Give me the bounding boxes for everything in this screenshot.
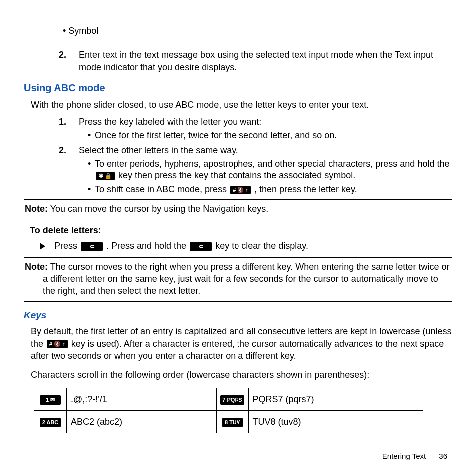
abc-step-2-sub: To enter periods, hyphens, apostrophes, … xyxy=(79,158,452,195)
note-cursor-nav: Note: You can move the cursor by using t… xyxy=(24,203,452,215)
text-part: key to clear the display. xyxy=(215,241,308,251)
page-footer: Entering Text 36 xyxy=(24,451,452,461)
hash-shift-key-icon: # 🔇 ↑ xyxy=(47,340,68,348)
divider xyxy=(24,257,452,258)
abc-step-2: 2. Select the other letters in the same … xyxy=(59,144,452,195)
keys-paragraph-2: Characters scroll in the following order… xyxy=(31,369,452,381)
abc-step-1: 1. Press the key labeled with the letter… xyxy=(59,116,452,141)
note-text: You can move the cursor by using the Nav… xyxy=(48,204,268,214)
key-cell: 1 ✉ xyxy=(34,388,67,411)
step-number: 2. xyxy=(59,144,66,156)
step-text: Press the key labeled with the letter yo… xyxy=(79,117,261,127)
note-cursor-move: Note: The cursor moves to the right when… xyxy=(42,261,452,297)
note-label: Note: xyxy=(25,204,48,214)
note-label: Note: xyxy=(25,262,48,272)
text-part: Press xyxy=(54,241,80,251)
heading-using-abc-mode: Using ABC mode xyxy=(24,81,452,95)
character-table: 1 ✉ .@,:?-!'/1 7 PQRS PQRS7 (pqrs7) 2 AB… xyxy=(34,388,423,433)
clear-key-icon: ⊂ xyxy=(190,242,212,251)
key-8-icon: 8 TUV xyxy=(222,418,243,427)
sub-item: To shift case in ABC mode, press # 🔇 ↑ ,… xyxy=(88,184,452,195)
text-part: key then press the key that contains the… xyxy=(118,170,355,180)
note-text: The cursor moves to the right when you p… xyxy=(43,262,449,296)
sub-item: Once for the first letter, twice for the… xyxy=(88,130,452,141)
delete-letters-block: To delete letters: Press ⊂ . Press and h… xyxy=(30,224,452,252)
text-part: . Press and hold the xyxy=(106,241,189,251)
top-bullets: Symbol xyxy=(24,25,452,37)
key-cell: 7 PQRS xyxy=(216,388,248,411)
step-number: 2. xyxy=(59,49,66,61)
bullet-symbol: Symbol xyxy=(63,25,452,37)
step-number: 1. xyxy=(59,116,66,128)
abc-intro: With the phone slider closed, to use ABC… xyxy=(31,99,452,111)
sub-item: To enter periods, hyphens, apostrophes, … xyxy=(88,158,452,181)
divider xyxy=(24,301,452,302)
chars-cell: .@,:?-!'/1 xyxy=(67,388,217,411)
text-part: To enter periods, hyphens, apostrophes, … xyxy=(95,159,449,169)
text-part: , then press the letter key. xyxy=(254,184,357,194)
chars-cell: PQRS7 (pqrs7) xyxy=(248,388,423,411)
step-text: Select the other letters in the same way… xyxy=(79,145,238,155)
key-cell: 8 TUV xyxy=(216,411,248,433)
heading-keys: Keys xyxy=(24,309,452,322)
text-part: key is used). After a character is enter… xyxy=(31,339,444,361)
table-row: 2 ABC ABC2 (abc2) 8 TUV TUV8 (tuv8) xyxy=(34,411,423,433)
delete-instruction: Press ⊂ . Press and hold the ⊂ key to cl… xyxy=(40,240,452,252)
chars-cell: ABC2 (abc2) xyxy=(67,411,217,433)
key-2-icon: 2 ABC xyxy=(40,418,61,427)
hash-shift-key-icon: # 🔇 ↑ xyxy=(230,186,251,194)
keys-paragraph-1: By default, the first letter of an entry… xyxy=(31,325,452,362)
triangle-bullet-icon xyxy=(40,243,45,250)
text-part: Press ⊂ . Press and hold the ⊂ key to cl… xyxy=(54,240,308,252)
divider xyxy=(24,219,452,219)
chars-cell: TUV8 (tuv8) xyxy=(248,411,423,433)
step-2: 2. Enter text in the text message box us… xyxy=(59,49,452,73)
abc-steps: 1. Press the key labeled with the letter… xyxy=(24,116,452,195)
key-cell: 2 ABC xyxy=(34,411,67,433)
abc-step-1-sub: Once for the first letter, twice for the… xyxy=(79,130,452,141)
table-row: 1 ✉ .@,:?-!'/1 7 PQRS PQRS7 (pqrs7) xyxy=(34,388,423,411)
key-7-icon: 7 PQRS xyxy=(220,395,244,405)
divider xyxy=(24,199,452,200)
clear-key-icon: ⊂ xyxy=(81,242,103,251)
keys-body: By default, the first letter of an entry… xyxy=(31,325,452,381)
page-number: 36 xyxy=(439,452,447,460)
step-text: Enter text in the text message box using… xyxy=(79,50,433,72)
top-steps: 2. Enter text in the text message box us… xyxy=(24,49,452,73)
text-part: To shift case in ABC mode, press xyxy=(95,184,229,194)
delete-title: To delete letters: xyxy=(30,224,452,236)
footer-section: Entering Text xyxy=(382,452,426,460)
star-lock-key-icon: ✱ 🔒 xyxy=(96,172,115,180)
key-1-icon: 1 ✉ xyxy=(40,395,61,405)
